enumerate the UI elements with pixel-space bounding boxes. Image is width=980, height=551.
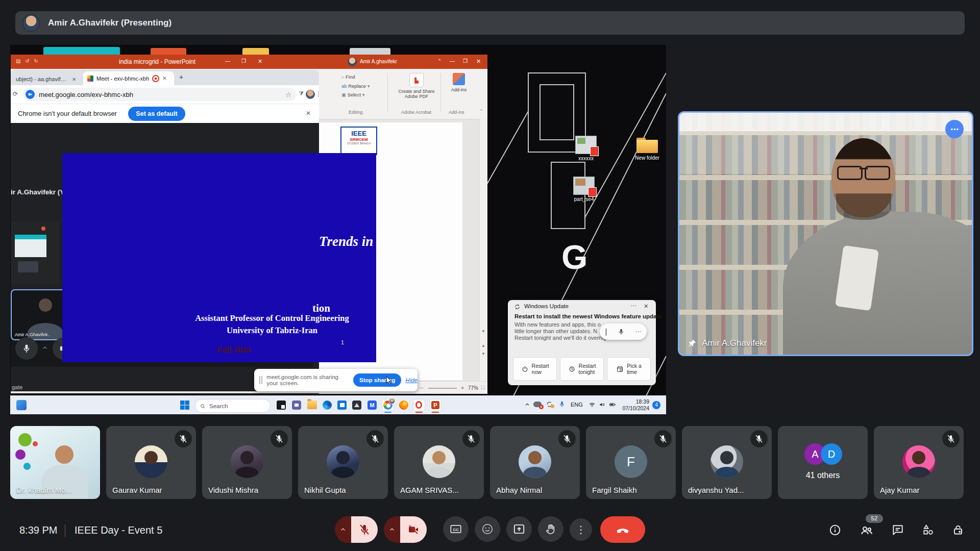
- present-button[interactable]: [506, 516, 532, 542]
- set-default-button[interactable]: Set as default: [128, 107, 185, 121]
- fit-slide-icon[interactable]: ⛶: [481, 385, 484, 391]
- participant-tile[interactable]: Dr. khadim Mo...: [10, 426, 100, 499]
- drag-handle[interactable]: [259, 376, 262, 384]
- stage-tile[interactable]: ⋯ Amir A.Ghavifekr: [678, 111, 973, 356]
- shared-screen[interactable]: G xxxxxx part_se4 New folder: [10, 45, 666, 414]
- taskbar-app-edge[interactable]: [323, 400, 332, 410]
- stop-sharing-button[interactable]: Stop sharing: [353, 373, 401, 387]
- tab-close-icon[interactable]: ✕: [72, 77, 76, 82]
- end-call-button[interactable]: [600, 516, 645, 543]
- powerpoint-titlebar[interactable]: ▤ ↺ ↻ india microgrid - PowerPoint — ❐ ✕…: [11, 55, 487, 69]
- tray-sync-icon[interactable]: [546, 400, 553, 408]
- zoom-plus[interactable]: +: [461, 385, 464, 391]
- zoom-minus[interactable]: —: [419, 385, 424, 390]
- new-tab-button[interactable]: +: [179, 73, 183, 81]
- taskbar-app-explorer[interactable]: [307, 400, 317, 409]
- taskbar-app-powerpoint-active[interactable]: P: [430, 399, 441, 411]
- ppt-scrollbar[interactable]: ▼ ▲ ▼: [479, 119, 487, 382]
- minimize-button[interactable]: —: [450, 58, 455, 64]
- banner-close-icon[interactable]: ✕: [306, 110, 311, 117]
- participant-tile[interactable]: divyanshu Yad...: [682, 426, 772, 499]
- taskbar-app-dark[interactable]: [352, 400, 361, 410]
- tab-close-icon[interactable]: ✕: [162, 76, 166, 81]
- search-input[interactable]: Search: [195, 399, 271, 413]
- taskbar-app-firefox[interactable]: [399, 400, 408, 410]
- activities-icon[interactable]: [922, 523, 935, 537]
- extensions-icon[interactable]: ⧩: [299, 90, 304, 97]
- tab-mail[interactable]: ubject) - aa.ghavifekr@g ✕: [16, 73, 81, 85]
- participant-tile[interactable]: AGAM SRIVAS...: [394, 426, 484, 499]
- quick-access-toolbar[interactable]: ▤ ↺ ↻: [16, 58, 40, 64]
- profile-avatar[interactable]: [306, 90, 315, 99]
- restore-button[interactable]: ❐: [463, 58, 468, 64]
- taskbar-app-store[interactable]: [337, 400, 347, 410]
- ribbon-adobe-button[interactable]: ▙ Create and Share Adobe PDF: [395, 73, 438, 99]
- desktop-icon-part-se4[interactable]: part_se4: [569, 177, 599, 202]
- chat-icon[interactable]: [891, 523, 904, 537]
- zoom-level[interactable]: 77%: [468, 385, 478, 391]
- desktop-icon-new-folder[interactable]: New folder: [632, 138, 663, 161]
- ribbon-addins-button[interactable]: Add-ins: [445, 73, 473, 92]
- raise-hand-button[interactable]: [538, 516, 564, 542]
- minimize-button[interactable]: —: [225, 58, 230, 64]
- taskbar-app-opera-active[interactable]: [413, 399, 425, 411]
- ribbon-select[interactable]: ▣ Select ▾: [341, 92, 370, 97]
- restart-now-button[interactable]: Restartnow: [513, 357, 557, 381]
- stage-more-button[interactable]: ⋯: [945, 120, 964, 138]
- desktop-icon-xxxxxx[interactable]: xxxxxx: [573, 136, 599, 161]
- host-controls-icon[interactable]: [951, 523, 965, 537]
- mic-options-chevron[interactable]: [335, 516, 351, 543]
- tray-wifi-icon[interactable]: [589, 401, 596, 408]
- restart-tonight-button[interactable]: Restarttonight: [560, 357, 604, 381]
- notification-badge[interactable]: 4: [652, 401, 660, 409]
- toast-more-icon[interactable]: ⋯: [630, 302, 636, 309]
- close-button[interactable]: ✕: [258, 58, 262, 65]
- hide-link[interactable]: Hide: [405, 377, 418, 383]
- participant-tile[interactable]: Vidushi Mishra: [202, 426, 292, 499]
- restore-button[interactable]: ❐: [241, 58, 246, 64]
- participant-tile[interactable]: Ajay Kumar: [874, 426, 964, 499]
- toast-close-icon[interactable]: ✕: [644, 303, 648, 310]
- ribbon-replace[interactable]: ab Replace ▾: [341, 83, 370, 89]
- chevron-up-icon[interactable]: [41, 344, 48, 352]
- pick-a-time-button[interactable]: Pick atime: [607, 357, 651, 381]
- ribbon-display-icon[interactable]: ⌃: [437, 58, 442, 64]
- zoom-slider[interactable]: [428, 388, 457, 389]
- tray-mic-icon[interactable]: [558, 400, 566, 408]
- tray-language[interactable]: ENG: [571, 402, 583, 408]
- more-icon[interactable]: ⋯: [635, 328, 642, 335]
- address-url[interactable]: meet.google.com/exv-bhmc-xbh: [39, 91, 133, 98]
- taskbar-app-teams[interactable]: [292, 400, 301, 410]
- address-bar[interactable]: meet.google.com/exv-bhmc-xbh ☆: [23, 88, 297, 101]
- meeting-details-icon[interactable]: [828, 523, 842, 537]
- account-avatar[interactable]: [348, 57, 357, 66]
- overflow-tile[interactable]: A D 41 others: [778, 426, 868, 499]
- mini-tile-screenshot[interactable]: [11, 221, 59, 284]
- participant-tile[interactable]: Gaurav Kumar: [106, 426, 196, 499]
- start-button[interactable]: [180, 400, 190, 410]
- reactions-button[interactable]: [475, 516, 500, 542]
- close-button[interactable]: ✕: [476, 58, 481, 65]
- mic-button[interactable]: [15, 337, 38, 360]
- participant-tile[interactable]: Abhay Nirmal: [490, 426, 580, 499]
- captions-button[interactable]: CC: [443, 516, 469, 542]
- taskbar-app-chrome-active[interactable]: [382, 399, 394, 411]
- mic-icon[interactable]: [618, 328, 625, 335]
- taskbar-app-screenclip[interactable]: [277, 400, 286, 410]
- camera-off-button[interactable]: [400, 516, 427, 543]
- chrome-menu-icon[interactable]: ⋮: [315, 90, 322, 97]
- tray-volume-icon[interactable]: [599, 401, 606, 408]
- ribbon-collapse-icon[interactable]: ⌃: [479, 109, 483, 114]
- bookmark-star-icon[interactable]: ☆: [285, 91, 291, 98]
- tray-chevron-icon[interactable]: [524, 402, 530, 408]
- tray-onedrive-icon[interactable]: ✕: [533, 402, 542, 407]
- mic-off-button[interactable]: [351, 516, 378, 543]
- tray-clock[interactable]: 18:39 07/10/2024: [621, 398, 649, 412]
- ribbon-find[interactable]: ⌕ Find: [341, 74, 370, 80]
- taskbar-app-m365[interactable]: M: [368, 400, 377, 410]
- participant-tile[interactable]: F Fargil Shaikh: [586, 426, 676, 499]
- widgets-icon[interactable]: [16, 400, 27, 410]
- people-panel-icon[interactable]: [860, 523, 874, 538]
- tray-battery-icon[interactable]: [608, 401, 617, 408]
- camera-options-chevron[interactable]: [384, 516, 400, 543]
